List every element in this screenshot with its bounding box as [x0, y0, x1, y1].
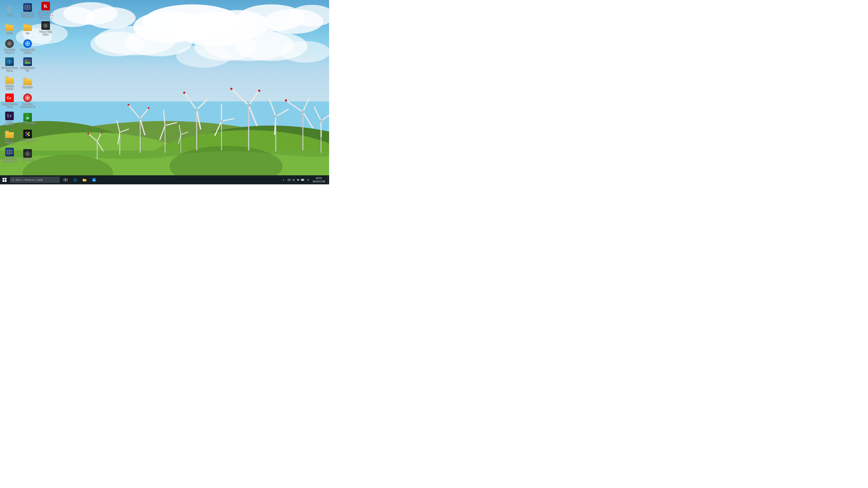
svg-point-22 [135, 126, 329, 175]
desktop-icon-dpp[interactable]: Digital Photo Professional [19, 2, 36, 19]
svg-point-114 [45, 25, 46, 26]
desktop-icon-sdata500[interactable]: 5Data500 [19, 74, 36, 91]
svg-point-34 [96, 140, 98, 142]
svg-line-37 [120, 127, 129, 134]
desktop-icon-dpp4[interactable]: Digital Photo Professional 4 [1, 147, 18, 164]
desktop-icon-cyberlink-bd[interactable]: CyberLink BD Advisor [19, 38, 36, 55]
svg-point-57 [195, 108, 198, 111]
windows-logo-icon [2, 178, 6, 182]
desktop-icon-cyberlink-media[interactable]: CyberLink Media Suite 10 [19, 92, 36, 109]
dov-icon [23, 23, 32, 31]
eos-utility-label: EOS Utility [22, 158, 33, 161]
svg-point-69 [247, 104, 250, 107]
svg-line-84 [320, 121, 322, 137]
battery-icon [301, 178, 305, 182]
store-icon [92, 178, 96, 182]
svg-rect-91 [7, 6, 12, 7]
cyberlink-media-icon [23, 94, 32, 102]
ime-label: A [307, 178, 309, 182]
svg-point-27 [169, 146, 283, 175]
svg-line-118 [13, 180, 14, 181]
task-view-icon [64, 178, 68, 182]
file-explorer-icon [83, 178, 87, 182]
svg-line-48 [158, 110, 170, 126]
desktop-icon-picture-style[interactable]: Picture Style Editor [37, 20, 54, 37]
desktop-icon-3dvision[interactable]: 3D Vision Photo Viewer [1, 56, 18, 73]
photo-sample-icon [5, 75, 14, 84]
taskbar-search-box[interactable]: Web と Windows を検索 [10, 177, 60, 183]
desktop-icon-kaspersky[interactable]: K カスペルスキー インターネット セキュリティ [37, 2, 54, 19]
edge-browser-button[interactable] [70, 175, 80, 184]
taskbar-search-text: Web と Windows を検索 [16, 178, 43, 182]
desktop-icon-raw600[interactable]: PCテストRAW600 [1, 128, 18, 145]
network-icon [292, 178, 296, 182]
svg-line-78 [303, 111, 313, 129]
desktop-icon-olympus[interactable]: OLYMPUS Viewer 3 [1, 38, 18, 55]
svg-rect-135 [301, 179, 304, 181]
net-label: ネット決済保護 [20, 122, 35, 125]
colornavigator-label: ColorNavigator 6 [20, 139, 36, 144]
svg-rect-128 [289, 180, 290, 180]
svg-line-43 [140, 119, 145, 135]
raw600-label: PCテストRAW600 [1, 139, 18, 144]
ime-indicator[interactable]: A [306, 178, 310, 182]
desktop-icon-adobe-folder[interactable]: Adobe [1, 20, 18, 37]
svg-point-101 [27, 43, 28, 44]
svg-point-24 [135, 130, 329, 175]
desktop-icon-net[interactable]: ネット決済保護 [19, 110, 36, 127]
svg-line-36 [114, 120, 123, 132]
svg-rect-130 [289, 180, 289, 181]
svg-point-80 [302, 111, 304, 113]
adobe-cc-icon: Cc [5, 94, 14, 102]
desktop-icons: ごみ箱 Adobe OLYMPUS Viewer 3 [0, 0, 53, 175]
svg-point-45 [148, 107, 150, 109]
taskbar-tray-area: ▲ [281, 175, 329, 184]
imagebrowser-icon [23, 57, 32, 66]
svg-line-30 [95, 133, 103, 141]
svg-line-61 [213, 121, 223, 136]
svg-point-85 [320, 120, 322, 122]
desktop-icon-adobe-cc[interactable]: Cc Adobe Creative Cloud [1, 92, 18, 109]
svg-line-29 [88, 132, 97, 143]
svg-line-73 [273, 117, 278, 135]
svg-line-55 [197, 109, 201, 129]
svg-line-66 [249, 105, 257, 127]
desktop-icon-imagebrowser[interactable]: ImageBrowser EX [19, 56, 36, 73]
desktop-icon-colornavigator[interactable]: ColorNavigator 6 [19, 128, 36, 145]
tray-icons[interactable] [286, 178, 306, 182]
svg-line-41 [128, 103, 140, 121]
desktop-icon-lightroom[interactable]: Lr Adobe Lightroom [1, 110, 18, 127]
svg-line-59 [214, 104, 229, 121]
svg-point-74 [274, 115, 277, 118]
svg-line-49 [165, 119, 177, 129]
svg-point-117 [12, 179, 14, 181]
task-view-button[interactable] [61, 175, 70, 184]
svg-point-62 [220, 120, 223, 122]
tray-overflow-button[interactable]: ▲ [281, 179, 286, 181]
start-button[interactable] [0, 175, 9, 184]
desktop-icon-photo-sample[interactable]: 光彩映像sample [1, 74, 18, 91]
svg-line-31 [97, 141, 103, 152]
3dvision-icon [5, 57, 14, 66]
svg-rect-134 [304, 180, 304, 180]
taskbar: Web と Windows を検索 [0, 175, 329, 184]
desktop-icon-eos-utility[interactable]: EOS Utility [19, 147, 36, 164]
svg-point-97 [8, 61, 10, 63]
taskbar-clock[interactable]: 18:21 2015/11/26 [310, 175, 327, 184]
cyberlink-bd-icon [23, 39, 32, 48]
recycle-bin-icon [5, 4, 14, 13]
picture-style-label: Picture Style Editor [37, 31, 54, 36]
desktop-icon-recycle-bin[interactable]: ごみ箱 [1, 2, 18, 19]
store-button[interactable] [90, 175, 98, 184]
imagebrowser-label: ImageBrowser EX [20, 67, 36, 72]
desktop-icon-dov[interactable]: dov [19, 20, 36, 37]
kaspersky-label: カスペルスキー インターネット セキュリティ [37, 11, 54, 19]
svg-point-39 [119, 131, 121, 133]
svg-rect-32 [88, 133, 89, 135]
file-explorer-button[interactable] [80, 175, 89, 184]
dpp-icon [23, 3, 32, 12]
dpp-label: Digital Photo Professional [20, 12, 36, 18]
show-desktop-button[interactable] [327, 175, 329, 184]
svg-rect-127 [289, 180, 289, 180]
keyboard-icon [287, 178, 291, 182]
